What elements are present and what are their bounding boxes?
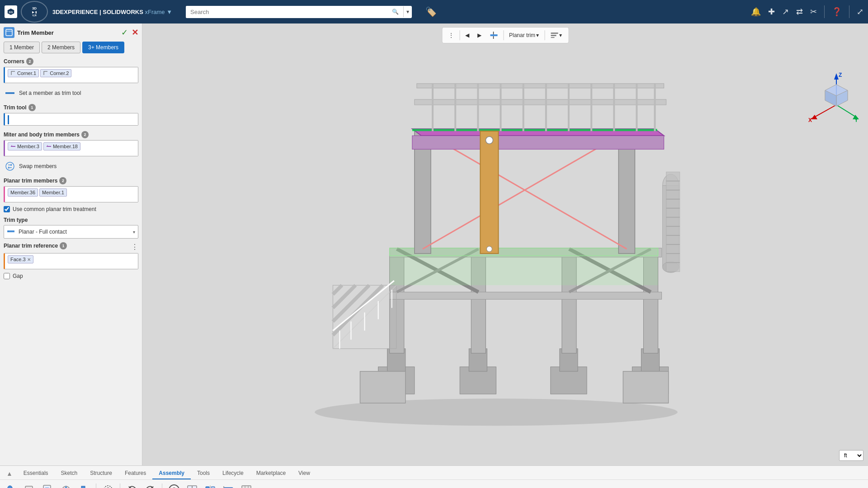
align-button[interactable] [220,482,236,488]
users-icon[interactable]: ✂ [810,7,817,17]
trim-type-label: Trim type [4,217,138,223]
svg-rect-109 [25,486,33,488]
svg-rect-90 [551,35,556,36]
vp-prev-button[interactable]: ◀ [462,30,472,40]
collaborate-icon[interactable]: ⇄ [796,7,803,17]
panel-header: Trim Member ✓ ✕ [4,27,138,38]
tab-lifecycle[interactable]: Lifecycle [216,468,250,479]
planar-tag-1[interactable]: Member.36 [8,188,38,197]
planar-ref-input[interactable]: Face.3 ✕ [4,253,138,269]
close-button[interactable]: ✕ [132,28,138,38]
book-button[interactable] [184,482,200,488]
trim-type-arrow: ▾ [133,230,135,235]
planar-trim-input[interactable]: Member.36 Member.1 [4,186,138,202]
vp-next-button[interactable]: ▶ [475,30,484,40]
divider [824,5,825,18]
trim-tool-input[interactable] [4,113,138,126]
bottom-tabs: ▲ Essentials Sketch Structure Features A… [0,466,868,480]
trim-type-dropdown[interactable]: Planar - Full contact ▾ [4,225,138,239]
help-button[interactable]: ? [166,482,182,488]
brand-logo[interactable]: 3D ▶ ▮ V,R [21,1,48,23]
face-tag[interactable]: Face.3 ✕ [8,255,33,263]
bt-sep2 [120,483,120,488]
bookmark-icon[interactable]: 🏷️ [425,6,437,17]
viewport-toolbar: ⋮ ◀ ▶ Planar trim ▾ [442,27,569,43]
undo-button[interactable] [124,482,140,488]
tab-structure[interactable]: Structure [84,468,118,479]
add-icon[interactable]: ✚ [768,7,775,17]
panel-icon [4,27,14,38]
assembly-tool-button[interactable] [4,482,20,488]
svg-rect-145 [242,486,251,488]
mirror-button[interactable] [202,482,218,488]
unit-select[interactable]: ft m mm in [839,450,863,461]
tab-1-member[interactable]: 1 Member [4,42,40,53]
planar-tag-2[interactable]: Member.1 [39,188,67,197]
vp-view-options-button[interactable]: ▾ [547,30,565,40]
gap-row: Gap [4,273,138,279]
use-common-checkbox[interactable] [4,206,10,212]
tab-3-members[interactable]: 3+ Members [82,42,124,53]
tab-sketch[interactable]: Sketch [55,468,84,479]
insert-component-button[interactable]: + [22,482,38,488]
tab-marketplace[interactable]: Marketplace [250,468,292,479]
set-trim-label: Set a member as trim tool [19,90,81,96]
bt-sep3 [162,483,162,488]
vp-trim-button[interactable] [487,29,500,41]
bottom-collapse-button[interactable]: ▲ [4,470,15,477]
unit-dropdown[interactable]: ft m mm in [839,450,863,461]
top-icons: 🔔 ✚ ↗ ⇄ ✂ ❓ ⤢ [751,5,863,18]
confirm-button[interactable]: ✓ [121,28,128,38]
vp-dots-button[interactable]: ⋮ [446,30,457,40]
corners-input[interactable]: Corner.1 Corner.2 [4,67,138,83]
settings-button[interactable] [100,482,116,488]
miter-tag-1[interactable]: Member.3 [8,142,42,150]
tab-assembly[interactable]: Assembly [152,468,191,479]
trim-tool-label: Trim tool 1 [4,104,138,111]
help-icon[interactable]: ❓ [832,7,842,17]
share-icon[interactable]: ↗ [782,7,789,17]
notification-icon[interactable]: 🔔 [751,7,761,17]
3d-structure [142,23,868,465]
svg-marker-96 [811,115,817,119]
svg-text:X: X [808,117,812,123]
search-input[interactable] [186,6,387,18]
svg-point-70 [486,246,492,252]
face-tag-close[interactable]: ✕ [27,257,31,262]
miter-badge: 2 [81,131,89,138]
tab-2-members[interactable]: 2 Members [42,42,80,53]
swap-members-action[interactable]: Swap members [4,160,138,173]
table-button[interactable] [238,482,255,488]
corner-tag-2[interactable]: Corner.2 [40,69,71,77]
tab-essentials[interactable]: Essentials [17,468,55,479]
set-trim-tool-action[interactable]: Set a member as trim tool [4,87,138,99]
svg-rect-114 [43,485,51,488]
planar-trim-badge: 2 [59,177,66,184]
app-dropdown[interactable]: ▼ [166,9,172,15]
planar-ref-more[interactable]: ⋮ [131,243,138,251]
viewport[interactable]: ⋮ ◀ ▶ Planar trim ▾ [142,23,868,465]
corner-tag-1[interactable]: Corner.1 [8,69,39,77]
tab-tools[interactable]: Tools [191,468,216,479]
vp-planar-trim-button[interactable]: Planar trim ▾ [506,30,542,40]
redo-button[interactable] [142,482,158,488]
svg-marker-55 [412,136,664,149]
tab-features[interactable]: Features [118,468,152,479]
svg-rect-30 [390,292,662,299]
search-dropdown[interactable]: ▾ [403,6,412,17]
miter-input[interactable]: Member.3 Member.18 [4,140,138,156]
explode-view-button[interactable] [76,482,92,488]
orientation-cube[interactable]: Z X Y [805,60,859,123]
document-tool-button[interactable]: ▾ [40,482,56,488]
move-tool-button[interactable]: ▾ [58,482,74,488]
app-logo[interactable]: DS [5,5,17,18]
tab-view[interactable]: View [292,468,316,479]
vp-sep3 [544,30,545,40]
search-button[interactable]: 🔍 [387,6,403,18]
miter-tag-2[interactable]: Member.18 [43,142,80,150]
bt-sep1 [96,483,96,488]
gap-checkbox[interactable] [4,273,10,279]
svg-rect-137 [192,486,197,488]
expand-icon[interactable]: ⤢ [857,7,863,17]
svg-text:Z: Z [839,72,842,78]
